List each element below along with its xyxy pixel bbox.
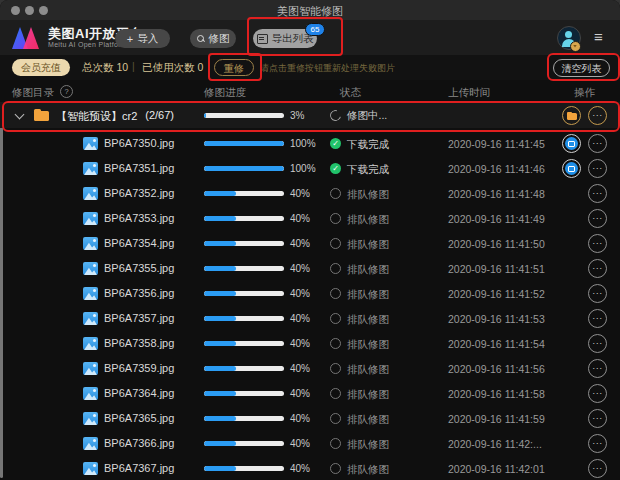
chevron-down-icon[interactable] bbox=[15, 110, 25, 120]
redo-hint-text: 请点击重修按钮重新处理失败图片 bbox=[260, 62, 395, 75]
table-row[interactable]: BP6A7358.jpg40%排队修图2020-09-16 11:41:54··… bbox=[0, 331, 620, 356]
status-text: 下载完成 bbox=[347, 163, 389, 177]
status-queued-icon bbox=[330, 263, 341, 274]
progress-percent: 40% bbox=[290, 188, 310, 199]
image-file-icon bbox=[83, 137, 98, 150]
status-queued-icon bbox=[330, 413, 341, 424]
more-actions-button[interactable]: ··· bbox=[588, 309, 607, 328]
upload-time: 2020-09-16 11:41:56 bbox=[448, 363, 545, 375]
ellipsis-icon: ··· bbox=[589, 435, 606, 451]
folder-row[interactable]: 【智能预设】cr2 (2/67) 3% 修图中... ··· bbox=[0, 102, 620, 128]
more-actions-button[interactable]: ··· bbox=[588, 209, 607, 228]
file-name: BP6A7357.jpg bbox=[104, 312, 174, 324]
member-recharge-button[interactable]: 会员充值 bbox=[12, 59, 70, 76]
image-file-icon bbox=[83, 437, 98, 450]
magnifier-icon bbox=[197, 35, 205, 43]
more-actions-button[interactable]: ··· bbox=[588, 234, 607, 253]
hamburger-menu-button[interactable]: ≡ bbox=[594, 27, 603, 47]
table-row[interactable]: BP6A7366.jpg40%排队修图2020-09-16 11:42:...·… bbox=[0, 431, 620, 456]
column-directory: 修图目录 bbox=[12, 86, 54, 100]
status-text: 排队修图 bbox=[347, 263, 389, 277]
more-actions-button[interactable]: ··· bbox=[588, 459, 607, 478]
upload-time: 2020-09-16 11:41:49 bbox=[448, 213, 545, 225]
more-actions-button[interactable]: ··· bbox=[588, 159, 607, 178]
folder-count: (2/67) bbox=[145, 109, 174, 124]
used-count-label: 已使用次数 0 bbox=[142, 61, 203, 75]
ellipsis-icon: ··· bbox=[589, 285, 606, 301]
image-file-icon bbox=[83, 412, 98, 425]
table-row[interactable]: BP6A7367.jpg40%排队修图2020-09-16 11:42:01··… bbox=[0, 456, 620, 480]
status-text: 排队修图 bbox=[347, 388, 389, 402]
file-name: BP6A7365.jpg bbox=[104, 412, 174, 424]
status-queued-icon bbox=[330, 313, 341, 324]
file-name: BP6A7359.jpg bbox=[104, 362, 174, 374]
table-row[interactable]: BP6A7364.jpg40%排队修图2020-09-16 11:41:58··… bbox=[0, 381, 620, 406]
more-actions-button[interactable]: ··· bbox=[588, 106, 607, 125]
status-text: 排队修图 bbox=[347, 188, 389, 202]
file-name: BP6A7356.jpg bbox=[104, 287, 174, 299]
table-row[interactable]: BP6A7357.jpg40%排队修图2020-09-16 11:41:53··… bbox=[0, 306, 620, 331]
status-text: 修图中... bbox=[347, 109, 387, 123]
status-processing-icon bbox=[328, 108, 343, 123]
import-button[interactable]: + 导入 bbox=[115, 29, 170, 48]
table-row[interactable]: BP6A7351.jpg100%✓下载完成2020-09-16 11:41:46… bbox=[0, 156, 620, 181]
ellipsis-icon: ··· bbox=[589, 107, 606, 123]
status-text: 排队修图 bbox=[347, 363, 389, 377]
table-row[interactable]: BP6A7353.jpg40%排队修图2020-09-16 11:41:49··… bbox=[0, 206, 620, 231]
ellipsis-icon: ··· bbox=[589, 385, 606, 401]
image-file-icon bbox=[83, 262, 98, 275]
progress-percent: 3% bbox=[290, 110, 304, 121]
progress-bar bbox=[204, 191, 284, 196]
more-actions-button[interactable]: ··· bbox=[588, 359, 607, 378]
file-name: BP6A7367.jpg bbox=[104, 462, 174, 474]
help-icon[interactable]: ? bbox=[60, 85, 73, 98]
upload-time: 2020-09-16 11:42:... bbox=[448, 438, 542, 450]
table-row[interactable]: BP6A7354.jpg40%排队修图2020-09-16 11:41:50··… bbox=[0, 231, 620, 256]
image-file-icon bbox=[83, 212, 98, 225]
more-actions-button[interactable]: ··· bbox=[588, 134, 607, 153]
more-actions-button[interactable]: ··· bbox=[588, 259, 607, 278]
table-row[interactable]: BP6A7359.jpg40%排队修图2020-09-16 11:41:56··… bbox=[0, 356, 620, 381]
upload-time: 2020-09-16 11:41:46 bbox=[448, 163, 545, 175]
more-actions-button[interactable]: ··· bbox=[588, 384, 607, 403]
ellipsis-icon: ··· bbox=[589, 135, 606, 151]
image-icon bbox=[565, 137, 578, 150]
ellipsis-icon: ··· bbox=[589, 185, 606, 201]
preview-image-button[interactable] bbox=[562, 159, 581, 178]
sub-toolbar: 会员充值 总次数 10 | 已使用次数 0 重修 请点击重修按钮重新处理失败图片… bbox=[0, 55, 620, 80]
progress-percent: 40% bbox=[290, 388, 310, 399]
status-text: 排队修图 bbox=[347, 288, 389, 302]
file-name: BP6A7355.jpg bbox=[104, 262, 174, 274]
status-text: 排队修图 bbox=[347, 238, 389, 252]
check-icon: ✓ bbox=[330, 163, 341, 174]
redo-button[interactable]: 重修 bbox=[214, 59, 254, 76]
open-folder-button[interactable] bbox=[562, 106, 581, 125]
retouch-button[interactable]: 修图 bbox=[190, 29, 236, 48]
image-file-icon bbox=[83, 362, 98, 375]
total-count-label: 总次数 10 bbox=[82, 61, 128, 75]
table-row[interactable]: BP6A7355.jpg40%排队修图2020-09-16 11:41:51··… bbox=[0, 256, 620, 281]
count-divider: | bbox=[132, 60, 135, 72]
more-actions-button[interactable]: ··· bbox=[588, 284, 607, 303]
plus-icon: + bbox=[127, 34, 133, 44]
more-actions-button[interactable]: ··· bbox=[588, 409, 607, 428]
column-progress: 修图进度 bbox=[204, 86, 246, 100]
progress-bar bbox=[204, 416, 284, 421]
table-row[interactable]: BP6A7352.jpg40%排队修图2020-09-16 11:41:48··… bbox=[0, 181, 620, 206]
progress-percent: 40% bbox=[290, 238, 310, 249]
more-actions-button[interactable]: ··· bbox=[588, 334, 607, 353]
image-icon bbox=[565, 162, 578, 175]
table-row[interactable]: BP6A7350.jpg100%✓下载完成2020-09-16 11:41:45… bbox=[0, 131, 620, 156]
table-row[interactable]: BP6A7365.jpg40%排队修图2020-09-16 11:41:59··… bbox=[0, 406, 620, 431]
preview-image-button[interactable] bbox=[562, 134, 581, 153]
file-name: BP6A7364.jpg bbox=[104, 387, 174, 399]
status-text: 排队修图 bbox=[347, 213, 389, 227]
upload-time: 2020-09-16 11:41:50 bbox=[448, 238, 545, 250]
header: 美图AI开放平台 Meitu AI Open Platform + 导入 修图 … bbox=[0, 20, 620, 55]
progress-bar bbox=[204, 341, 284, 346]
progress-bar bbox=[204, 113, 284, 118]
more-actions-button[interactable]: ··· bbox=[588, 184, 607, 203]
table-row[interactable]: BP6A7356.jpg40%排队修图2020-09-16 11:41:52··… bbox=[0, 281, 620, 306]
more-actions-button[interactable]: ··· bbox=[588, 434, 607, 453]
clear-list-button[interactable]: 清空列表 bbox=[553, 59, 610, 77]
